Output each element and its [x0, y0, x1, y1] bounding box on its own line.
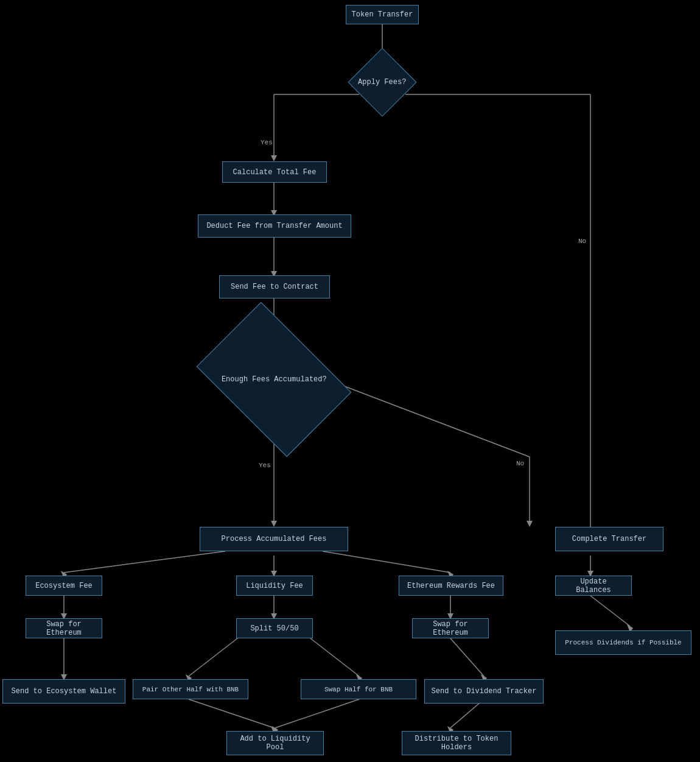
update-balances-node: Update Balances	[555, 576, 632, 596]
svg-marker-18	[527, 521, 533, 527]
flowchart: Token Transfer Apply Fees? Yes No Calcul…	[0, 0, 700, 762]
no2-label: No	[516, 460, 524, 467]
send-fee-node: Send Fee to Contract	[219, 275, 330, 298]
ecosystem-fee-node: Ecosystem Fee	[26, 576, 102, 596]
complete-transfer-node: Complete Transfer	[555, 527, 663, 551]
svg-line-39	[275, 699, 359, 728]
enough-fees-node: Enough Fees Accumulated?	[197, 302, 352, 457]
add-liquidity-node: Add to Liquidity Pool	[226, 731, 324, 755]
svg-marker-15	[271, 521, 277, 527]
distribute-node: Distribute to Token Holders	[402, 731, 511, 755]
svg-line-47	[590, 596, 630, 626]
process-dividends-node: Process Dividends if Possible	[555, 630, 691, 655]
eth-rewards-fee-node: Ethereum Rewards Fee	[399, 576, 503, 596]
svg-line-43	[450, 638, 484, 676]
deduct-fee-node: Deduct Fee from Transfer Amount	[198, 214, 351, 238]
process-fees-node: Process Accumulated Fees	[200, 527, 348, 551]
svg-line-19	[64, 551, 225, 573]
no1-label: No	[578, 238, 586, 245]
svg-line-23	[323, 551, 450, 573]
svg-line-35	[310, 638, 359, 676]
svg-line-16	[335, 383, 530, 457]
svg-line-33	[189, 638, 237, 676]
send-ecosystem-node: Send to Ecosystem Wallet	[2, 679, 125, 704]
calculate-fee-node: Calculate Total Fee	[222, 161, 327, 183]
liquidity-fee-node: Liquidity Fee	[236, 576, 313, 596]
yes2-label: Yes	[259, 462, 271, 469]
swap-bnb-node: Swap Half for BNB	[301, 679, 416, 699]
send-dividend-node: Send to Dividend Tracker	[424, 679, 544, 704]
svg-line-37	[189, 699, 274, 728]
token-transfer-node: Token Transfer	[346, 5, 419, 24]
yes1-label: Yes	[261, 139, 273, 146]
apply-fees-node: Apply Fees?	[348, 48, 416, 116]
pair-bnb-node: Pair Other Half with BNB	[133, 679, 248, 699]
svg-line-45	[450, 699, 484, 728]
swap-eth2-node: Swap for Ethereum	[412, 618, 489, 638]
svg-marker-4	[271, 155, 277, 161]
split-5050-node: Split 50/50	[236, 618, 313, 638]
swap-eth1-node: Swap for Ethereum	[26, 618, 102, 638]
